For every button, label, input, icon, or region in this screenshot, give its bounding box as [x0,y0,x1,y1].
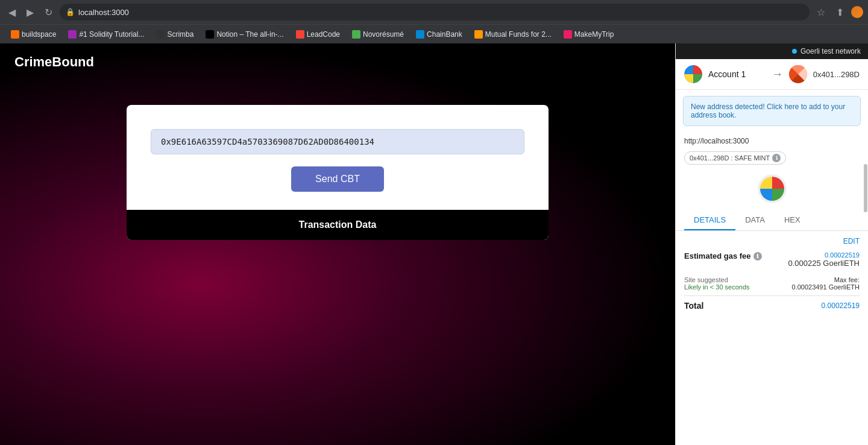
tab-data[interactable]: DATA [735,210,775,230]
site-suggested-info: Site suggested Likely in < 30 seconds [684,276,750,291]
bookmark-novoResume[interactable]: Novorésumé [347,29,409,40]
bookmark-icon [564,30,572,39]
details-panel: EDIT Estimated gas fee ℹ 0.00022519 0.00… [676,231,868,445]
divider [684,295,860,296]
bookmark-mutual[interactable]: Mutual Funds for 2... [470,29,556,40]
background [0,43,675,445]
site-suggested-row: Site suggested Likely in < 30 seconds Ma… [684,273,860,291]
site-info: http://localhost:3000 0x401...298D : SAF… [676,132,868,169]
max-fee-value: 0.00023491 GoerliETH [791,283,860,291]
browser-toolbar: ◀ ▶ ↻ 🔒 localhost:3000 ☆ ⬆ [0,0,868,24]
browser-content: CrimeBound Send CBT Transaction Data Goe… [0,43,868,445]
contract-badge-text: 0x401...298D : SAFE MINT [690,154,770,162]
gas-fee-values: 0.00022519 0.000225 GoerliETH [788,251,860,268]
contract-badge[interactable]: 0x401...298D : SAFE MINT ℹ [684,151,786,165]
webpage: CrimeBound Send CBT Transaction Data [0,43,675,445]
arrow-right-icon: → [772,68,783,81]
bookmark-buildspace[interactable]: buildspace [6,29,61,40]
address-avatar-svg [789,65,807,83]
gas-eth-small: 0.00022519 [788,251,860,259]
total-row: Total 0.00022519 [684,301,860,311]
bookmark-icon [156,30,165,39]
tab-details[interactable]: DETAILS [684,210,735,230]
gas-fee-label-text: Estimated gas fee [684,251,751,260]
total-value: 0.00022519 [822,301,860,310]
bookmark-chainbank[interactable]: ChainBank [411,29,467,40]
bookmark-leadcode[interactable]: LeadCode [291,29,345,40]
forward-button[interactable]: ▶ [23,4,37,21]
site-url: http://localhost:3000 [684,137,860,145]
gas-fee-label: Estimated gas fee ℹ [684,251,762,260]
action-avatar-svg [758,174,787,203]
transaction-data-label: Transaction Data [299,219,377,230]
bookmark-label: ChainBank [427,30,462,39]
tab-hex[interactable]: HEX [775,210,810,230]
network-status-dot [792,49,797,54]
address-bar[interactable]: 🔒 localhost:3000 [60,4,810,21]
max-fee-label: Max fee: [791,276,860,283]
bookmark-label: Novorésumé [363,30,404,39]
transaction-tabs: DETAILS DATA HEX [676,210,868,231]
bookmark-label: LeadCode [307,30,340,39]
lock-icon: 🔒 [66,8,75,16]
webapp-header: CrimeBound [0,43,675,81]
address-avatar [789,65,807,83]
bookmark-button[interactable]: ☆ [813,4,829,21]
bookmark-label: #1 Solidity Tutorial... [79,30,144,39]
network-bar: Goerli test network [676,43,868,59]
bookmark-label: Notion – The all-in-... [216,30,283,39]
main-card: Send CBT Transaction Data [127,105,549,240]
share-button[interactable]: ⬆ [832,4,848,21]
bookmark-label: MakeMyTrip [574,30,614,39]
metamask-extension-icon[interactable] [851,6,863,18]
likely-label: Likely in < 30 seconds [684,283,750,291]
bookmark-icon [474,30,483,39]
account-avatar [684,65,702,83]
bookmarks-bar: buildspace #1 Solidity Tutorial... Scrim… [0,24,868,43]
account-avatar-svg [684,65,702,83]
bookmark-icon [296,30,304,39]
bookmark-icon [416,30,424,39]
bookmark-icon [206,30,214,39]
account-bar: Account 1 → 0x401...298D [676,59,868,90]
bookmark-scrimba[interactable]: Scrimba [151,29,198,40]
bookmark-label: Mutual Funds for 2... [485,30,552,39]
total-label: Total [684,301,703,311]
contract-info-icon[interactable]: ℹ [772,154,781,162]
site-suggested-label: Site suggested [684,276,750,283]
gas-info-icon[interactable]: ℹ [753,252,762,260]
scrollbar-thumb[interactable] [864,164,867,212]
address-short: 0x401...298D [813,70,860,79]
bookmark-notion[interactable]: Notion – The all-in-... [201,29,288,40]
scrollbar-track [863,164,868,445]
bookmark-icon [68,30,77,39]
metamask-panel: Goerli test network Account 1 → [675,43,868,445]
bookmark-makemytrip[interactable]: MakeMyTrip [559,29,619,40]
bookmark-label: buildspace [22,30,56,39]
action-avatar [758,174,787,203]
send-cbt-button[interactable]: Send CBT [291,166,384,192]
address-notification[interactable]: New address detected! Click here to add … [683,96,861,126]
url-text: localhost:3000 [78,8,129,17]
reload-button[interactable]: ↻ [41,4,56,21]
gas-fee-row: Estimated gas fee ℹ 0.00022519 0.000225 … [684,251,860,268]
bookmark-label: Scrimba [167,30,193,39]
max-fee-values: Max fee: 0.00023491 GoerliETH [791,276,860,291]
network-name: Goerli test network [800,47,861,55]
transaction-data-bar: Transaction Data [127,210,549,240]
recipient-address-input[interactable] [151,129,524,154]
account-name: Account 1 [708,69,766,79]
bookmark-icon [352,30,360,39]
action-avatar-container [676,169,868,208]
bookmark-icon [11,30,19,39]
app-title: CrimeBound [14,54,94,69]
back-button[interactable]: ◀ [5,4,19,21]
gas-eth-main: 0.000225 GoerliETH [788,259,860,268]
edit-link[interactable]: EDIT [684,237,860,245]
bookmark-solidity[interactable]: #1 Solidity Tutorial... [63,29,149,40]
